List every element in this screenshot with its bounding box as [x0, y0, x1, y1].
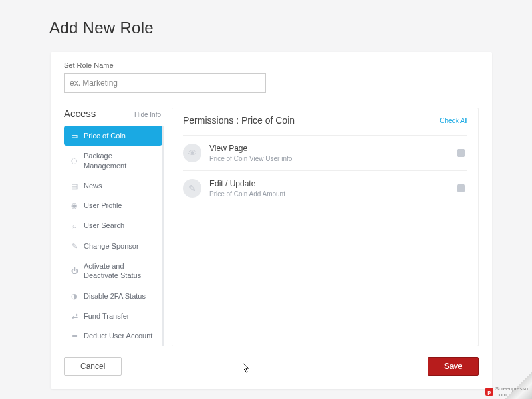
pencil-icon: ✎ [183, 179, 201, 198]
access-item-label: Change Sponsor [84, 241, 139, 251]
watermark: p Screenpresso.com [485, 386, 528, 398]
permission-row-edit: ✎ Edit / Update Price of Coin Add Amount [183, 170, 467, 205]
permissions-panel: Permissions : Price of Coin Check All 👁 … [172, 108, 479, 346]
user-icon: ◉ [70, 201, 78, 209]
check-all-link[interactable]: Check All [440, 117, 467, 124]
toggle-icon: ◑ [70, 292, 78, 300]
watermark-badge-icon: p [485, 388, 493, 396]
banknote-icon: ▭ [70, 132, 78, 140]
permission-name: View Page [209, 144, 449, 153]
access-item-news[interactable]: ▤ News [64, 176, 162, 196]
access-item-user-profile[interactable]: ◉ User Profile [64, 196, 162, 215]
hide-info-link[interactable]: Hide Info [134, 111, 161, 118]
save-button[interactable]: Save [428, 357, 479, 376]
permission-desc: Price of Coin View User info [209, 155, 449, 162]
access-item-package-management[interactable]: ◌ Package Management [64, 146, 162, 176]
access-item-label: Deduct User Account [84, 331, 152, 340]
permission-name: Edit / Update [209, 179, 449, 188]
access-item-label: Disable 2FA Status [84, 291, 146, 301]
search-icon: ⌕ [70, 222, 78, 230]
access-item-label: Fund Transfer [84, 311, 129, 321]
access-item-activate-deactivate[interactable]: ⏻ Activate and Deactivate Status [64, 256, 162, 286]
role-name-input[interactable] [64, 73, 266, 93]
permission-checkbox[interactable] [457, 184, 465, 192]
access-item-change-sponsor[interactable]: ✎ Change Sponsor [64, 236, 162, 256]
permission-checkbox[interactable] [457, 149, 465, 157]
access-item-label: Package Management [84, 151, 157, 170]
access-item-price-of-coin[interactable]: ▭ Price of Coin [64, 126, 162, 146]
access-item-disable-2fa[interactable]: ◑ Disable 2FA Status [64, 286, 162, 306]
permissions-title: Permissions : Price of Coin [183, 115, 295, 126]
access-item-label: User Search [84, 221, 124, 230]
list-icon: ≣ [70, 332, 78, 340]
news-icon: ▤ [70, 182, 78, 190]
add-role-card: Set Role Name Access Hide Info ▭ Price o… [51, 52, 492, 389]
role-name-label: Set Role Name [64, 61, 479, 69]
access-sidebar: Access Hide Info ▭ Price of Coin ◌ Packa… [64, 108, 164, 346]
eye-icon: 👁 [183, 144, 201, 162]
access-item-label: Price of Coin [84, 131, 126, 140]
access-item-fund-transfer[interactable]: ⇄ Fund Transfer [64, 306, 162, 326]
cancel-button[interactable]: Cancel [64, 357, 122, 376]
page-title: Add New Role [0, 0, 532, 37]
permission-row-view: 👁 View Page Price of Coin View User info [183, 135, 467, 170]
access-item-label: User Profile [84, 201, 122, 210]
access-title: Access [64, 108, 96, 119]
access-item-label: Activate and Deactivate Status [84, 261, 157, 281]
access-item-label: News [84, 181, 102, 190]
power-icon: ⏻ [70, 267, 78, 275]
access-item-user-search[interactable]: ⌕ User Search [64, 215, 162, 235]
transfer-icon: ⇄ [70, 312, 78, 320]
permission-desc: Price of Coin Add Amount [209, 190, 449, 198]
access-item-deduct-account[interactable]: ≣ Deduct User Account [64, 326, 162, 346]
package-icon: ◌ [70, 157, 78, 165]
pencil-icon: ✎ [70, 242, 78, 250]
